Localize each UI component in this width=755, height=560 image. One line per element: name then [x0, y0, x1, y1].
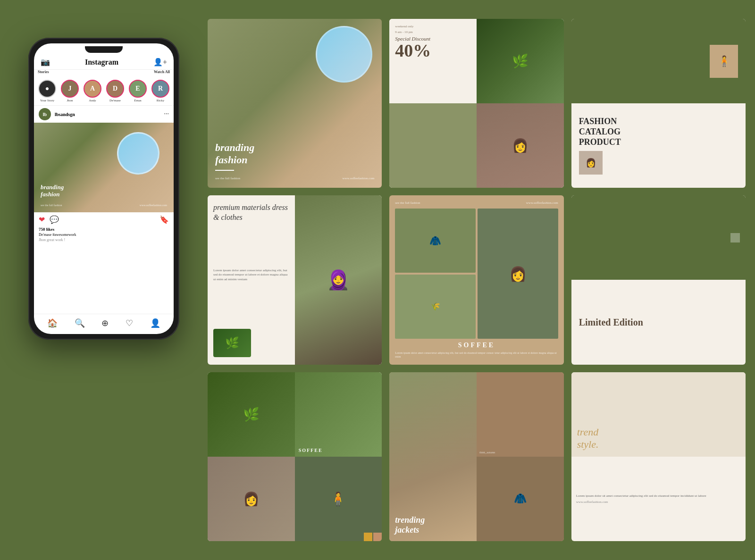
trend-url: www.soffeefashion.com: [576, 500, 741, 504]
story-emas[interactable]: E Emas: [128, 80, 147, 102]
post-circle-decoration: [117, 132, 159, 175]
story-name-demase: De'mase: [109, 99, 121, 102]
story-name-yours: Your Story: [40, 99, 55, 102]
discount-left-top: weekend only 9 am - 10 pm Special Discou…: [389, 19, 477, 103]
card-trend-style: trend style. Lorem ipsum dolor sit amet …: [571, 372, 746, 541]
collage-cell1: 🌿: [208, 372, 295, 457]
color-block-terra: [373, 533, 382, 541]
collage-cell3: 👩: [208, 457, 295, 541]
post-options-icon[interactable]: ···: [164, 110, 169, 118]
add-person-icon[interactable]: 👤+: [153, 58, 167, 67]
story-avatar-demase: D: [106, 80, 124, 98]
discount-photo-top: 🌿: [477, 19, 564, 103]
your-story-avatar: ●: [38, 80, 56, 98]
soffee-header: see the full fashion www.soffeefashion.c…: [395, 201, 558, 205]
color-block-gold: [364, 533, 372, 541]
jackets-main-photo: trending jackets: [389, 372, 477, 541]
card1-line: [215, 170, 234, 171]
leaf-decoration: 🌿: [213, 329, 251, 357]
search-icon[interactable]: 🔍: [75, 318, 85, 328]
premium-left: premium materials dress & clothes Lorem …: [208, 195, 295, 364]
catalog-title: FASHION CATALOG PRODUCT: [579, 117, 738, 147]
post-header: lb lbsandsgn ···: [34, 106, 174, 123]
story-avatar-ricky: R: [151, 80, 169, 98]
square-decoration: [730, 233, 740, 242]
watch-all-label[interactable]: Watch All: [154, 70, 170, 74]
limited-top: [571, 195, 746, 280]
discount-photo-bottom: 👩: [477, 103, 564, 188]
story-avatar-emas: E: [129, 80, 147, 98]
trend-bottom: Lorem ipsum dolor sit amet consectetur a…: [571, 457, 746, 541]
soffee-photo-large: 👩: [478, 209, 558, 339]
catalog-photo-thumb: 🧍: [710, 45, 738, 78]
story-avatar-andy: A: [84, 80, 101, 98]
jackets-small-label: think_autumn: [479, 451, 495, 454]
color-blocks: [364, 533, 382, 541]
hours-text: 9 am - 10 pm: [395, 30, 412, 34]
post-caption: De'mase #awesomework: [34, 233, 174, 238]
discount-percent: 40%: [395, 42, 431, 59]
post-tagline: see the full fashion: [41, 204, 62, 207]
premium-title: premium materials dress & clothes: [213, 203, 289, 223]
card1-website: www.soffeefashion.com: [342, 176, 374, 180]
card-soffee-collage: 🌿 SOFFEE 👩 🧍: [208, 372, 382, 541]
post-actions: ❤ 💬 🔖: [34, 212, 174, 227]
post-avatar: lb: [39, 108, 51, 120]
bookmark-icon[interactable]: 🔖: [159, 215, 169, 224]
comment-icon[interactable]: 💬: [50, 215, 59, 224]
limited-title: Limited Edition: [579, 317, 738, 328]
story-jhon[interactable]: J Jhon: [60, 80, 79, 102]
premium-desc: Lorem ipsum dolor amet consectetur adipi…: [213, 268, 289, 282]
soffee-brand: SOFFEE: [395, 342, 558, 349]
card-special-discount: weekend only 9 am - 10 pm Special Discou…: [389, 19, 563, 188]
phone-notch: [85, 46, 123, 53]
weekend-text: weekend only: [395, 25, 413, 28]
stories-row: ● Your Story J Jhon A Andy D De'mase E: [34, 76, 174, 106]
post-username[interactable]: lbsandsgn: [55, 112, 160, 117]
discount-green-block: [389, 103, 477, 188]
card-branding-fashion: branding fashion see the full fashion ww…: [208, 19, 382, 188]
trending-title: trending jackets: [395, 515, 425, 535]
post-image-title: branding fashion: [41, 184, 64, 198]
catalog-photo-row: 👩: [579, 151, 738, 175]
like-icon[interactable]: ❤: [39, 215, 45, 224]
soffee-desc: Lorem ipsum dolor amet consectetur adipi…: [395, 351, 558, 359]
post-image-footer: see the full fashion www.soffeefashion.c…: [41, 204, 167, 207]
soffee-photo1: 🧥: [395, 209, 476, 273]
circle-decoration: [316, 26, 372, 83]
heart-icon[interactable]: ♡: [126, 318, 133, 328]
card-trending-jackets: trending jackets think_autumn 🧥: [389, 372, 563, 541]
phone-mockup: 📷 Instagram 👤+ Stories Watch All ● Your …: [28, 38, 179, 340]
trend-desc: Lorem ipsum dolor sit amet consectetur a…: [576, 494, 741, 499]
story-name-andy: Andy: [89, 99, 96, 102]
collage-cell2: SOFFEE: [295, 372, 382, 457]
card-premium-materials: premium materials dress & clothes Lorem …: [208, 195, 382, 364]
stories-label: Stories: [38, 70, 49, 74]
post-image: branding fashion see the full fashion ww…: [34, 123, 174, 212]
card-fashion-catalog: 🧍 FASHION CATALOG PRODUCT 👩: [571, 19, 746, 188]
jackets-top-right: think_autumn: [477, 372, 564, 457]
limited-bottom: Limited Edition: [571, 280, 746, 364]
app-title: Instagram: [85, 58, 118, 67]
phone-body: 📷 Instagram 👤+ Stories Watch All ● Your …: [28, 38, 179, 340]
soffee-photos-grid: 🧥 👩 🌾: [395, 209, 558, 339]
camera-icon[interactable]: 📷: [41, 58, 50, 67]
profile-icon[interactable]: 👤: [150, 318, 160, 328]
card1-title: branding fashion: [215, 142, 374, 167]
catalog-top: 🧍: [571, 19, 746, 103]
story-ricky[interactable]: R Ricky: [151, 80, 170, 102]
story-your[interactable]: ● Your Story: [38, 80, 57, 102]
catalog-bottom: FASHION CATALOG PRODUCT 👩: [571, 103, 746, 188]
add-icon[interactable]: ⊕: [101, 318, 109, 328]
card1-tagline: see the full fashion: [215, 176, 240, 180]
post-likes: 750 likes: [34, 227, 174, 233]
soffee-photo2: 🌾: [395, 275, 476, 339]
trend-title-text: trend style.: [577, 426, 599, 451]
home-icon[interactable]: 🏠: [47, 318, 58, 328]
card1-footer: see the full fashion www.soffeefashion.c…: [215, 176, 374, 180]
story-andy[interactable]: A Andy: [83, 80, 102, 102]
bottom-nav: 🏠 🔍 ⊕ ♡ 👤: [34, 314, 174, 334]
card-soffee: see the full fashion www.soffeefashion.c…: [389, 195, 563, 364]
story-demase[interactable]: D De'mase: [106, 80, 125, 102]
jackets-bottom-right: 🧥: [477, 457, 564, 541]
